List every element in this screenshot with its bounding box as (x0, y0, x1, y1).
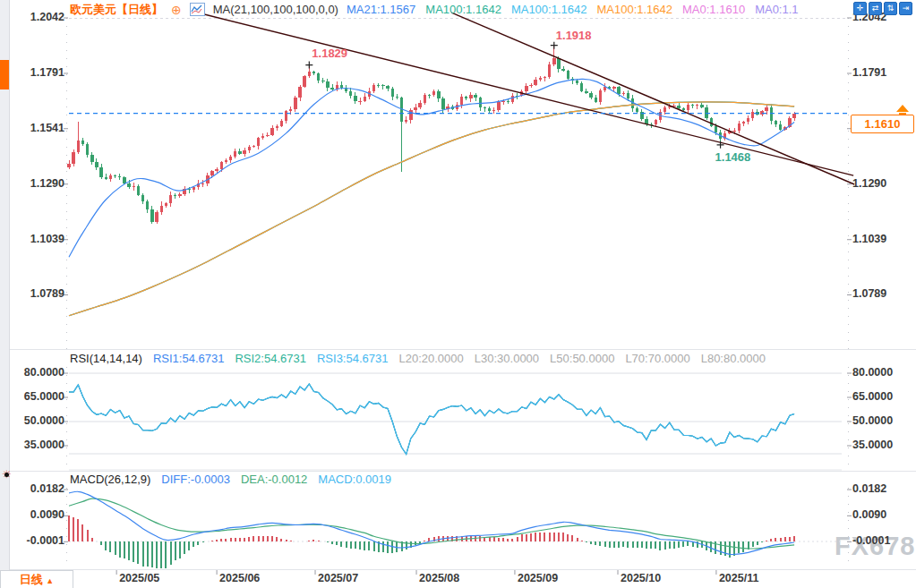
side-rail (0, 0, 10, 588)
macd-header: MACD(26,12,9) DIFF:-0.0003DEA:-0.0012MAC… (70, 473, 391, 486)
price-axis-label-right: 1.1791 (852, 66, 912, 79)
chart-header: 欧元美元【日线】 ⊕ MA(21,100,100,100,0,0) MA21:1… (70, 2, 799, 17)
period-button[interactable]: 日线 ▲ (0, 570, 73, 588)
sun-core (4, 473, 9, 477)
ma-indicator-icon[interactable] (190, 3, 205, 16)
price-annotation-2: 1.1918 (556, 29, 592, 42)
macd-axis-label-right: 0.0090 (852, 508, 912, 521)
symbol-name: 欧元美元 (70, 3, 116, 16)
rsi-level-label: L70:70.0000 (625, 352, 689, 365)
month-label: 2025/08 (419, 572, 459, 584)
rsi-axis-label-left: 65.0000 (9, 390, 64, 403)
price-axis-label-right: 1.1290 (852, 177, 912, 190)
toolbar: ✛⇄⇅⇥ (853, 2, 912, 15)
rsi-value-label: RSI2:54.6731 (235, 352, 306, 365)
scale-x-icon[interactable]: ⇄ (869, 2, 882, 15)
cross-marker-2 (551, 42, 558, 49)
price-axis-label-right: 1.0789 (852, 287, 912, 300)
ma-values: MA21:1.1567MA100:1.1642MA100:1.1642MA100… (347, 3, 799, 16)
price-up-arrow-bar (899, 113, 906, 115)
price-axis-label-left: 1.0789 (9, 287, 64, 300)
circle-plus-icon[interactable]: ⊕ (171, 4, 182, 16)
price-annotation-1: 1.1829 (312, 47, 347, 60)
rsi-header: RSI(14,14,14) RSI1:54.6731RSI2:54.6731RS… (70, 352, 766, 365)
macd-title: MACD(26,12,9) (70, 473, 150, 486)
ma-line-ma21-blue (69, 79, 794, 257)
rsi-value-label: RSI3:54.6731 (317, 352, 389, 365)
ma-value-label: MA100:1.1642 (596, 3, 672, 16)
rsi-axis-label-right: 35.0000 (852, 439, 912, 451)
macd-axis-label-right: -0.0001 (852, 534, 912, 547)
rsi-level-label: L30:30.0000 (475, 352, 539, 365)
price-up-arrow-icon (896, 105, 909, 112)
macd-diff-line (69, 491, 794, 554)
candle-series (792, 114, 795, 118)
ma-settings-label: MA(21,100,100,100,0,0) (213, 3, 338, 16)
ma-value-label: MA21:1.1567 (347, 3, 415, 16)
month-label: 2025/07 (318, 572, 358, 584)
macd-axis-label-left: 0.0090 (9, 508, 64, 521)
rsi-level-label: L80:80.0000 (701, 352, 766, 365)
rsi-axis-label-right: 80.0000 (852, 366, 912, 379)
price-axis-label-left: 1.1541 (9, 122, 64, 134)
rsi-value-label: RSI1:54.6731 (153, 352, 225, 365)
ma-value-label: MA0:1.1610 (682, 3, 745, 16)
rsi-axis-label-left: 35.0000 (9, 439, 64, 451)
rsi-axis-label-left: 80.0000 (9, 366, 64, 379)
macd-value-label: DEA:-0.0012 (241, 473, 307, 486)
price-annotation-3: 1.1468 (715, 150, 751, 164)
pan-icon[interactable]: ✛ (853, 2, 867, 15)
rsi-level-label: L20:20.0000 (398, 352, 463, 365)
month-label: 2025/10 (621, 572, 661, 584)
cross-marker-1 (305, 62, 312, 69)
rsi-level-label: L50:50.0000 (550, 352, 614, 365)
price-axis-label-right: 1.1039 (852, 233, 912, 245)
macd-value-label: DIFF:-0.0003 (161, 473, 230, 486)
rsi-line-RSI3 (69, 384, 794, 455)
price-axis-label-left: 1.1290 (9, 177, 64, 190)
price-axis-label-left: 1.1791 (9, 66, 64, 79)
period-button-label: 日线 (20, 573, 43, 586)
chart-canvas[interactable] (0, 0, 916, 588)
rsi-title: RSI(14,14,14) (70, 352, 142, 365)
month-label: 2025/09 (518, 572, 558, 584)
rsi-axis-label-right: 65.0000 (852, 390, 912, 403)
ma-value-label: MA100:1.1642 (425, 3, 501, 16)
trendline-1 (204, 14, 853, 175)
shift-right-icon[interactable]: ⇥ (899, 2, 912, 15)
chevron-up-icon: ▲ (46, 576, 54, 585)
period-tag: 【日线】 (116, 3, 163, 16)
side-rail-thumb[interactable] (0, 60, 9, 89)
macd-value-label: MACD:0.0019 (318, 473, 391, 486)
scale-y-icon[interactable]: ⇅ (884, 2, 897, 15)
price-axis-label-left: 1.1039 (9, 233, 64, 245)
month-label: 2025/11 (719, 572, 759, 584)
macd-axis-label-right: 0.0182 (852, 482, 912, 495)
month-label: 2025/05 (119, 572, 159, 584)
macd-axis-label-left: -0.0001 (9, 534, 64, 547)
settings-sun-icon[interactable]: ☀ (0, 468, 13, 481)
price-axis-label-left: 1.2042 (9, 11, 64, 23)
month-label: 2025/06 (219, 572, 260, 584)
symbol-title: 欧元美元【日线】 (70, 2, 163, 18)
ma-value-label: MA0:1.1 (755, 3, 798, 16)
current-price-tag: 1.1610 (851, 115, 914, 133)
chart-app: FX678 ☀ 欧元美元【日线】 ⊕ MA(21,100,100,100,0,0… (0, 0, 916, 588)
rsi-axis-label-right: 50.0000 (852, 414, 912, 427)
rsi-axis-label-left: 50.0000 (9, 414, 64, 427)
ma-value-label: MA100:1.1642 (511, 3, 587, 16)
macd-axis-label-left: 0.0182 (9, 482, 64, 495)
